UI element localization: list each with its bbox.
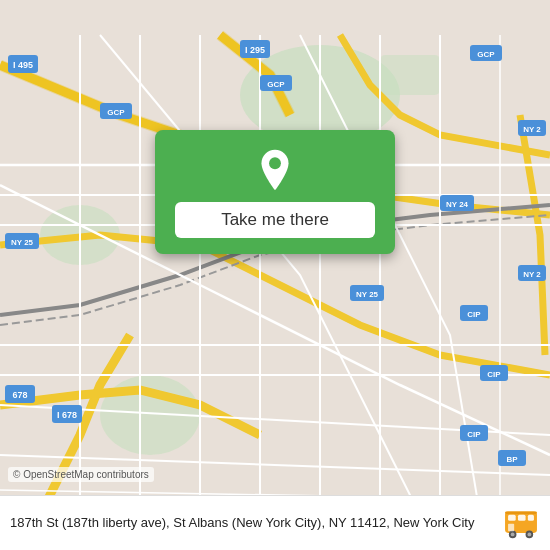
svg-rect-4 bbox=[380, 55, 440, 95]
svg-rect-55 bbox=[508, 515, 516, 521]
address-text: 187th St (187th liberty ave), St Albans … bbox=[10, 514, 492, 532]
svg-rect-56 bbox=[518, 515, 526, 521]
svg-text:GCP: GCP bbox=[267, 80, 285, 89]
svg-point-53 bbox=[269, 157, 281, 169]
svg-text:BP: BP bbox=[506, 455, 518, 464]
svg-text:I 495: I 495 bbox=[13, 60, 33, 70]
svg-text:I 295: I 295 bbox=[245, 45, 265, 55]
map-container: I 495 I 295 GCP GCP GCP NY 25 NY 25 NY 2… bbox=[0, 0, 550, 550]
take-me-there-button[interactable]: Take me there bbox=[175, 202, 375, 238]
svg-text:NY 2: NY 2 bbox=[523, 125, 541, 134]
svg-text:GCP: GCP bbox=[107, 108, 125, 117]
svg-rect-62 bbox=[508, 524, 514, 532]
svg-text:NY 24: NY 24 bbox=[446, 200, 469, 209]
popup-card[interactable]: Take me there bbox=[155, 130, 395, 254]
bottom-bar: 187th St (187th liberty ave), St Albans … bbox=[0, 495, 550, 550]
copyright-text: © OpenStreetMap contributors bbox=[8, 467, 154, 482]
moovit-bus-icon: moovit bbox=[502, 504, 540, 542]
svg-text:CIP: CIP bbox=[467, 430, 481, 439]
svg-rect-57 bbox=[528, 515, 534, 521]
moovit-logo: moovit bbox=[502, 504, 540, 542]
svg-text:NY 25: NY 25 bbox=[356, 290, 379, 299]
svg-text:NY 25: NY 25 bbox=[11, 238, 34, 247]
svg-text:678: 678 bbox=[12, 390, 27, 400]
svg-text:NY 2: NY 2 bbox=[523, 270, 541, 279]
svg-point-61 bbox=[527, 533, 531, 537]
svg-point-59 bbox=[511, 533, 515, 537]
svg-text:CIP: CIP bbox=[467, 310, 481, 319]
svg-text:CIP: CIP bbox=[487, 370, 501, 379]
map-pin-icon bbox=[253, 148, 297, 192]
svg-text:GCP: GCP bbox=[477, 50, 495, 59]
svg-rect-63 bbox=[505, 512, 537, 514]
svg-text:I 678: I 678 bbox=[57, 410, 77, 420]
